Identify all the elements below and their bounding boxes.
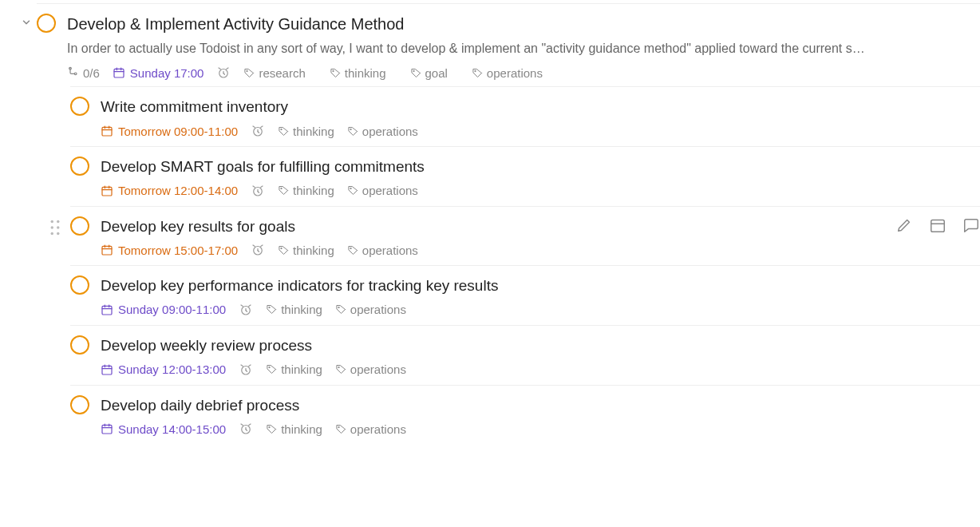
due-date[interactable]: Sunday 17:00 <box>113 66 204 80</box>
tag[interactable]: operations <box>335 363 406 376</box>
tag[interactable]: thinking <box>278 244 334 257</box>
edit-task-button[interactable] <box>895 216 913 234</box>
drag-handle[interactable] <box>49 220 61 236</box>
svg-rect-2 <box>114 69 124 78</box>
tag-label: operations <box>350 422 406 436</box>
tag[interactable]: operations <box>347 125 418 138</box>
task-checkbox[interactable] <box>70 335 89 355</box>
tag[interactable]: goal <box>410 66 448 80</box>
tag-icon <box>335 303 347 315</box>
due-date-text: Tomorrow 12:00-14:00 <box>118 184 238 197</box>
task-row-parent[interactable]: Develop & Implement Activity Guidance Me… <box>37 3 980 86</box>
task-meta-row: Sunday 09:00-11:00thinkingoperations <box>101 303 970 317</box>
svg-point-50 <box>350 188 351 189</box>
collapse-toggle[interactable] <box>16 14 37 28</box>
task-meta-row: Tomorrow 09:00-11:00thinkingoperations <box>101 124 970 138</box>
due-date[interactable]: Tomorrow 09:00-11:00 <box>101 125 238 138</box>
svg-line-67 <box>261 245 263 247</box>
svg-point-54 <box>57 220 60 223</box>
drag-handle-icon <box>49 220 61 236</box>
task-title[interactable]: Develop daily debrief process <box>101 395 970 416</box>
reminder[interactable] <box>239 363 253 377</box>
task-row[interactable]: Write commitment inventoryTomorrow 09:00… <box>70 86 980 146</box>
tag[interactable]: thinking <box>266 363 322 376</box>
calendar-icon <box>113 66 125 79</box>
task-checkbox[interactable] <box>70 395 89 414</box>
tag-label: thinking <box>293 244 334 257</box>
tag[interactable]: thinking <box>266 303 322 316</box>
due-date[interactable]: Sunday 09:00-11:00 <box>101 303 226 316</box>
tag-icon <box>347 184 359 196</box>
svg-point-57 <box>51 232 54 235</box>
tag-label: thinking <box>281 422 322 436</box>
tag[interactable]: operations <box>335 303 406 316</box>
schedule-icon <box>929 216 946 234</box>
due-date[interactable]: Sunday 14:00-15:00 <box>101 422 226 436</box>
task-title[interactable]: Develop weekly review process <box>101 335 970 356</box>
tag-icon <box>278 184 290 196</box>
task-row[interactable]: Develop key performance indicators for t… <box>70 265 980 325</box>
task-title[interactable]: Develop & Implement Activity Guidance Me… <box>67 14 970 35</box>
svg-line-123 <box>241 424 243 426</box>
tag-label: research <box>259 66 305 80</box>
tag[interactable]: thinking <box>278 125 334 138</box>
task-content: Develop weekly review processSunday 12:0… <box>101 335 980 377</box>
task-checkbox[interactable] <box>37 14 56 33</box>
svg-point-13 <box>413 70 413 71</box>
schedule-task-button[interactable] <box>929 216 946 234</box>
svg-line-122 <box>246 430 247 431</box>
task-row[interactable]: Develop daily debrief processSunday 14:0… <box>70 385 980 445</box>
tag-icon <box>278 125 290 137</box>
due-date[interactable]: Tomorrow 15:00-17:00 <box>101 244 238 257</box>
task-meta-row: Sunday 14:00-15:00thinkingoperations <box>101 422 970 436</box>
svg-line-86 <box>249 305 251 307</box>
task-title[interactable]: Develop key results for goals <box>101 216 970 237</box>
task-list: Develop & Implement Activity Guidance Me… <box>0 0 980 444</box>
tag-icon <box>243 67 255 79</box>
task-row[interactable]: Develop weekly review processSunday 12:0… <box>70 325 980 385</box>
tag[interactable]: operations <box>347 244 418 257</box>
task-checkbox[interactable] <box>70 216 89 236</box>
edit-icon <box>895 216 913 234</box>
subtask-count[interactable]: 0/6 <box>67 66 100 80</box>
calendar-icon <box>101 184 113 197</box>
tag[interactable]: operations <box>335 422 406 436</box>
svg-line-65 <box>258 251 259 252</box>
tag[interactable]: operations <box>472 66 543 80</box>
task-meta-row: Tomorrow 15:00-17:00thinkingoperations <box>101 243 970 257</box>
svg-line-29 <box>261 126 263 128</box>
tag-label: operations <box>487 66 543 80</box>
tag[interactable]: thinking <box>266 422 322 436</box>
task-description: In order to actually use Todoist in any … <box>67 40 970 57</box>
comment-task-button[interactable] <box>962 216 980 234</box>
tag[interactable]: thinking <box>278 184 334 197</box>
svg-point-56 <box>57 226 60 229</box>
task-content: Develop key performance indicators for t… <box>101 275 980 317</box>
svg-point-49 <box>281 188 282 189</box>
due-date-text: Sunday 17:00 <box>130 66 204 80</box>
tag[interactable]: operations <box>347 184 418 197</box>
svg-line-27 <box>258 132 259 133</box>
due-date-text: Tomorrow 09:00-11:00 <box>118 125 238 138</box>
task-checkbox[interactable] <box>70 97 89 116</box>
calendar-icon <box>101 125 113 137</box>
task-checkbox[interactable] <box>70 157 89 176</box>
task-title[interactable]: Develop SMART goals for fulfilling commi… <box>101 157 970 177</box>
reminder[interactable] <box>251 184 265 198</box>
due-date[interactable]: Sunday 12:00-13:00 <box>101 363 226 376</box>
tag[interactable]: thinking <box>330 66 386 80</box>
tag[interactable]: research <box>243 66 305 80</box>
reminder[interactable] <box>251 243 265 257</box>
tag-label: operations <box>362 125 418 138</box>
task-row[interactable]: Develop SMART goals for fulfilling commi… <box>70 146 980 206</box>
task-row[interactable]: Develop key results for goalsTomorrow 15… <box>70 206 980 266</box>
due-date[interactable]: Tomorrow 12:00-14:00 <box>101 184 238 197</box>
task-title[interactable]: Write commitment inventory <box>101 97 970 117</box>
task-title[interactable]: Develop key performance indicators for t… <box>101 275 970 296</box>
reminder[interactable] <box>239 422 253 436</box>
reminder[interactable] <box>239 303 253 317</box>
task-checkbox[interactable] <box>70 275 89 295</box>
reminder[interactable] <box>216 65 231 80</box>
reminder[interactable] <box>251 124 265 138</box>
svg-point-126 <box>338 426 339 427</box>
